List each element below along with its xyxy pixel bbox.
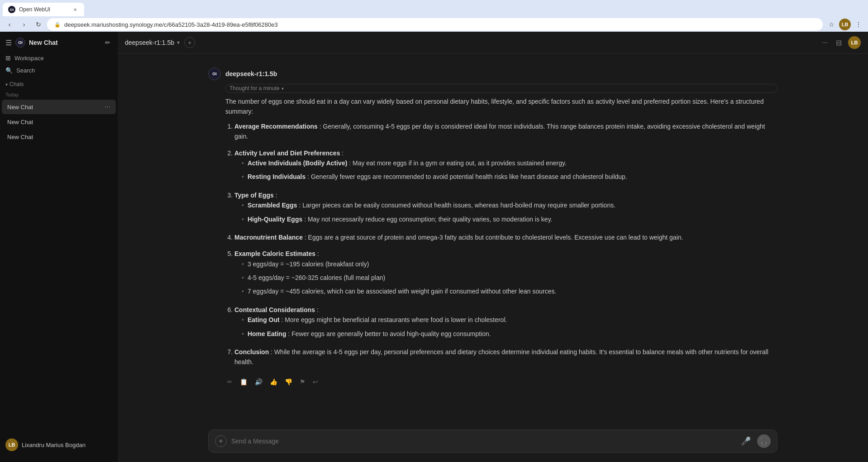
sidebar-logo: OI bbox=[15, 38, 25, 48]
menu-icon[interactable]: ☰ bbox=[5, 38, 12, 47]
bookmark-button[interactable]: ☆ bbox=[825, 19, 837, 30]
list-item: Macronutrient Balance : Eggs are a great… bbox=[234, 232, 777, 242]
model-selector[interactable]: deepseek-r1:1.5b ▾ bbox=[125, 39, 180, 46]
chat-item-label: New Chat bbox=[7, 104, 33, 111]
sidebar-search[interactable]: 🔍 Search bbox=[0, 64, 118, 77]
sidebar-header: ☰ OI New Chat ✏ bbox=[0, 32, 118, 52]
ai-avatar: OI bbox=[208, 67, 221, 80]
workspace-icon: ⊞ bbox=[5, 54, 11, 62]
bullet-item: High-Quality Eggs : May not necessarily … bbox=[242, 214, 777, 224]
intro-paragraph: The number of eggs one should eat in a d… bbox=[225, 96, 777, 117]
microphone-button[interactable]: 🎤 bbox=[739, 434, 753, 448]
tab-close-button[interactable]: ✕ bbox=[72, 6, 79, 13]
flag-action-button[interactable]: ⚑ bbox=[298, 376, 307, 387]
attach-button[interactable]: + bbox=[215, 435, 227, 447]
new-chat-icon[interactable]: ✏ bbox=[103, 37, 112, 48]
point-title: Macronutrient Balance bbox=[234, 234, 303, 241]
sidebar-header-left: ☰ OI New Chat bbox=[5, 38, 58, 48]
active-tab[interactable]: OI Open WebUI ✕ bbox=[3, 3, 84, 16]
browser-action-buttons: ☆ LB ⋮ bbox=[825, 19, 864, 30]
thought-toggle[interactable]: Thought for a minute ▾ bbox=[225, 84, 777, 93]
more-button[interactable]: ⋮ bbox=[853, 19, 864, 30]
add-model-button[interactable]: + bbox=[184, 37, 195, 48]
user-avatar-sidebar: LB bbox=[5, 438, 18, 451]
sidebar-user-footer[interactable]: LB Lixandru Marius Bogdan bbox=[0, 435, 118, 455]
point-title: Average Recommendations bbox=[234, 123, 318, 130]
list-item: Contextual Considerations : Eating Out :… bbox=[234, 305, 777, 341]
address-text: deepseek.mariushosting.synology.me/c/66a… bbox=[64, 21, 278, 28]
search-label: Search bbox=[16, 67, 35, 74]
refresh-action-button[interactable]: ↩ bbox=[311, 376, 320, 387]
bullet-item: Scrambled Eggs : Larger pieces can be ea… bbox=[242, 200, 777, 210]
message-input-container: + 🎤 🎧 bbox=[208, 429, 777, 453]
chats-text: Chats bbox=[10, 81, 24, 87]
workspace-label: Workspace bbox=[14, 55, 44, 62]
chats-section: ▾ Chats Today New Chat ··· New Chat ··· … bbox=[0, 78, 118, 144]
chat-area: OI deepseek-r1:1.5b Thought for a minute… bbox=[118, 54, 868, 424]
lock-icon: 🔒 bbox=[54, 22, 61, 28]
copy-action-button[interactable]: 📋 bbox=[238, 376, 249, 387]
audio-action-button[interactable]: 🔊 bbox=[253, 376, 264, 387]
points-list: Average Recommendations : Generally, con… bbox=[225, 121, 777, 369]
thumbs-up-button[interactable]: 👍 bbox=[268, 376, 279, 387]
sidebar-item-workspace[interactable]: ⊞ Workspace bbox=[0, 52, 118, 64]
bullet-item: Home Eating : Fewer eggs are generally b… bbox=[242, 329, 777, 339]
bullet-item: 3 eggs/day = ~195 calories (breakfast on… bbox=[242, 259, 777, 269]
chat-item-more-icon[interactable]: ··· bbox=[105, 103, 110, 111]
edit-action-button[interactable]: ✏ bbox=[225, 376, 234, 387]
tab-favicon: OI bbox=[8, 6, 15, 13]
refresh-button[interactable]: ↻ bbox=[33, 19, 44, 30]
point-title: Contextual Considerations bbox=[234, 306, 315, 313]
chats-chevron-icon: ▾ bbox=[5, 82, 8, 87]
browser-chrome: OI Open WebUI ✕ ‹ › ↻ 🔒 deepseek.mariush… bbox=[0, 0, 868, 32]
address-bar[interactable]: 🔒 deepseek.mariushosting.synology.me/c/6… bbox=[47, 18, 823, 31]
message-input[interactable] bbox=[231, 438, 734, 445]
chat-item-label: New Chat bbox=[7, 134, 33, 140]
message-content: The number of eggs one should eat in a d… bbox=[208, 96, 777, 369]
more-options-button[interactable]: ··· bbox=[820, 37, 830, 48]
chat-item-label: New Chat bbox=[7, 119, 33, 125]
settings-button[interactable]: ⊟ bbox=[834, 37, 844, 49]
message-actions: ✏ 📋 🔊 👍 👎 ⚑ ↩ bbox=[208, 376, 777, 387]
tab-bar: OI Open WebUI ✕ bbox=[0, 0, 868, 16]
list-item: Conclusion : While the average is 4-5 eg… bbox=[234, 347, 777, 367]
list-item: Example Caloric Estimates : 3 eggs/day =… bbox=[234, 249, 777, 298]
back-button[interactable]: ‹ bbox=[4, 19, 15, 30]
top-bar-actions: ··· ⊟ LB bbox=[820, 36, 861, 49]
bullet-item: Active Individuals (Bodily Active) : May… bbox=[242, 158, 777, 168]
model-chevron-icon: ▾ bbox=[177, 39, 180, 46]
tab-title: Open WebUI bbox=[19, 6, 50, 13]
browser-user-avatar[interactable]: LB bbox=[839, 19, 851, 30]
thought-chevron-icon: ▾ bbox=[281, 86, 284, 91]
bullet-item: 7 eggs/day = ~455 calories, which can be… bbox=[242, 286, 777, 296]
app-container: ☰ OI New Chat ✏ ⊞ Workspace 🔍 Search ▾ C… bbox=[0, 32, 868, 462]
sidebar-item-chat-3[interactable]: New Chat ··· bbox=[2, 130, 116, 144]
search-icon: 🔍 bbox=[5, 67, 13, 74]
point-title: Activity Level and Diet Preferences bbox=[234, 149, 340, 157]
list-item: Activity Level and Diet Preferences : Ac… bbox=[234, 148, 777, 184]
sidebar-item-chat-2[interactable]: New Chat ··· bbox=[2, 115, 116, 129]
ai-message-block: OI deepseek-r1:1.5b Thought for a minute… bbox=[208, 67, 777, 387]
forward-button[interactable]: › bbox=[18, 19, 30, 30]
user-avatar-top[interactable]: LB bbox=[848, 36, 861, 49]
message-sender-name: deepseek-r1:1.5b bbox=[225, 70, 277, 77]
chats-label[interactable]: ▾ Chats bbox=[0, 78, 118, 90]
thought-label: Thought for a minute bbox=[229, 85, 280, 91]
main-content: deepseek-r1:1.5b ▾ + ··· ⊟ LB OI deepsee… bbox=[118, 32, 868, 462]
point-title: Type of Eggs bbox=[234, 192, 274, 199]
message-header: OI deepseek-r1:1.5b bbox=[208, 67, 777, 80]
thumbs-down-button[interactable]: 👎 bbox=[283, 376, 294, 387]
sidebar: ☰ OI New Chat ✏ ⊞ Workspace 🔍 Search ▾ C… bbox=[0, 32, 118, 462]
bottom-bar: + 🎤 🎧 bbox=[118, 424, 868, 462]
sidebar-item-chat-1[interactable]: New Chat ··· bbox=[2, 100, 116, 114]
browser-controls: ‹ › ↻ 🔒 deepseek.mariushosting.synology.… bbox=[0, 16, 868, 33]
point-title: Conclusion bbox=[234, 348, 269, 356]
model-name: deepseek-r1:1.5b bbox=[125, 39, 174, 46]
bullet-item: Resting Individuals : Generally fewer eg… bbox=[242, 172, 777, 182]
today-label: Today bbox=[0, 90, 118, 99]
top-bar: deepseek-r1:1.5b ▾ + ··· ⊟ LB bbox=[118, 32, 868, 54]
user-display-name: Lixandru Marius Bogdan bbox=[22, 442, 86, 448]
headphone-button[interactable]: 🎧 bbox=[757, 434, 771, 448]
sidebar-app-title: New Chat bbox=[29, 39, 58, 46]
list-item: Type of Eggs : Scrambled Eggs : Larger p… bbox=[234, 190, 777, 226]
